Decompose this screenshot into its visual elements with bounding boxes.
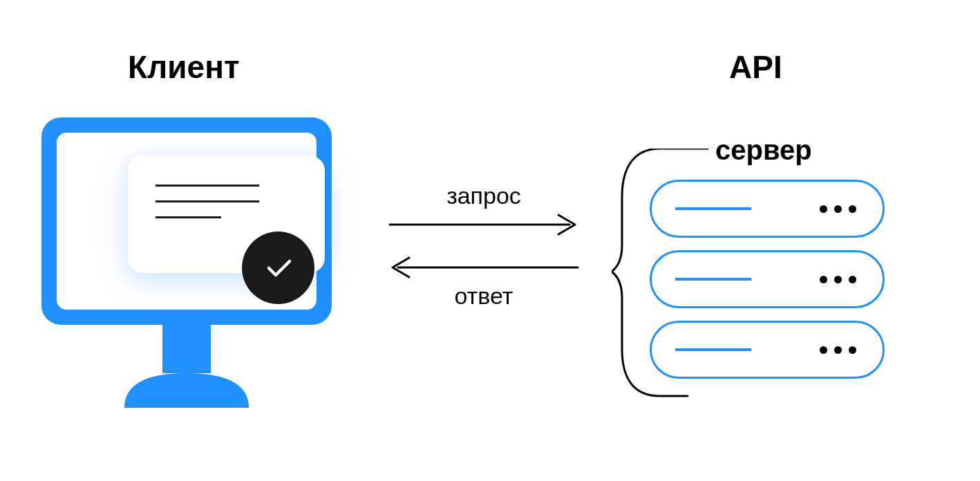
server-label: сервер [715,135,812,166]
text-line-icon [156,185,259,187]
request-arrow-icon [387,212,581,237]
server-dots-icon [820,205,856,213]
server-bar-icon [675,348,751,351]
server-bar-icon [675,207,751,210]
text-line-icon [156,200,259,202]
server-node-icon [650,250,885,308]
server-bar-icon [675,278,751,281]
server-node-icon [650,180,885,238]
svg-rect-2 [162,325,211,373]
server-dots-icon [820,346,856,354]
server-dots-icon [820,276,856,283]
api-diagram: Клиент API запрос [0,0,980,481]
api-title: API [729,48,782,86]
server-node-icon [650,321,885,379]
request-response-arrows: запрос ответ [387,180,581,312]
server-stack [650,180,885,379]
checkmark-badge-icon [242,232,314,304]
client-title: Клиент [128,48,239,86]
response-arrow-icon [387,255,581,280]
text-line-icon [156,216,221,218]
response-label: ответ [387,283,581,310]
request-label: запрос [387,182,581,209]
